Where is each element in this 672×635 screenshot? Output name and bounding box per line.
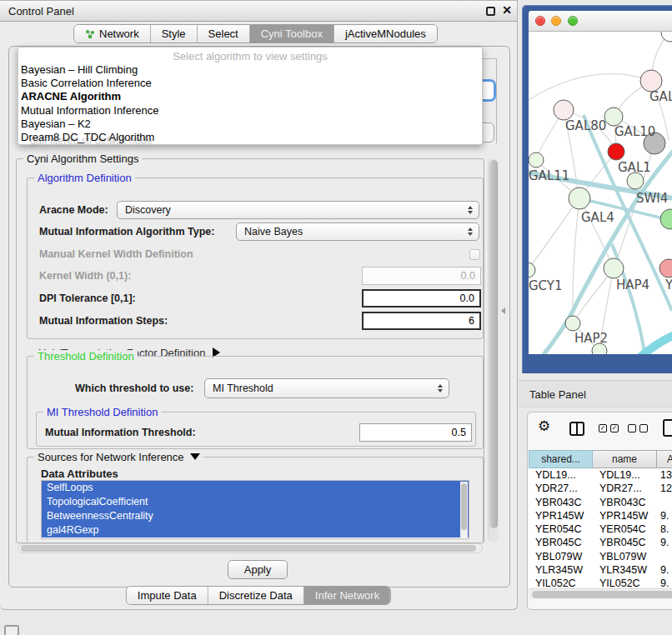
node-gal10[interactable]: [604, 108, 623, 126]
tab-network-label: Network: [99, 28, 139, 40]
table-horizontal-scrollbar[interactable]: [529, 588, 672, 599]
select-all-icon[interactable]: ✓ ✓: [599, 424, 619, 432]
network-icon: [85, 29, 95, 39]
aracne-mode-select[interactable]: Discovery: [117, 201, 479, 219]
kernel-width-field: 0.0: [362, 267, 481, 285]
collapse-down-icon[interactable]: [190, 453, 200, 460]
column-header-partial[interactable]: A: [657, 450, 672, 468]
hidden-groupbox-border: [496, 59, 497, 143]
export-table-icon[interactable]: [663, 419, 672, 437]
table-header-row: shared... name A: [529, 450, 672, 468]
mi-steps-field[interactable]: 6: [362, 312, 481, 330]
node-bright-green[interactable]: [660, 209, 672, 229]
list-item[interactable]: BetweennessCentrality: [42, 509, 469, 523]
zoom-traffic-light-icon[interactable]: [568, 16, 578, 26]
control-panel-title: Control Panel: [8, 5, 74, 18]
node-gal11[interactable]: [529, 152, 544, 168]
table-row[interactable]: YIL052CYIL052C9.: [529, 577, 672, 588]
threshold-definition-group: Threshold Definition Which threshold to …: [27, 356, 484, 449]
deselect-all-icon[interactable]: [628, 424, 648, 432]
table-row[interactable]: YDL19...YDL19...13: [529, 468, 672, 482]
table-row[interactable]: YPR145WYPR145W9.: [529, 509, 672, 522]
close-traffic-light-icon[interactable]: [535, 16, 545, 26]
gear-icon[interactable]: ⚙: [538, 418, 550, 435]
network-view-window[interactable]: GAL GAL80 GAL10 GAL1 GAL11 SWI4 GAL4 GCY…: [522, 5, 672, 373]
node-label: GAL11: [529, 168, 569, 183]
settings-vertical-scrollbar[interactable]: [488, 158, 499, 542]
dropdown-item[interactable]: Bayesian – K2: [21, 118, 479, 131]
network-window-titlebar[interactable]: [529, 11, 672, 32]
algorithm-definition-title: Algorithm Definition: [34, 172, 135, 184]
table-row[interactable]: YBR043CYBR043C: [529, 496, 672, 509]
dropdown-item[interactable]: Bayesian – Hill Climbing: [21, 63, 479, 77]
close-icon[interactable]: ✕: [502, 3, 512, 17]
tab-select[interactable]: Select: [198, 25, 250, 42]
settings-horizontal-scrollbar[interactable]: [18, 543, 483, 553]
node-gal4[interactable]: [569, 188, 590, 209]
table-body[interactable]: YDL19...YDL19...13 YDR27...YDR27...12 YB…: [529, 468, 672, 588]
node-gal80[interactable]: [554, 100, 574, 120]
node-hap4[interactable]: [604, 258, 624, 278]
cyni-algorithm-settings-group: Cyni Algorithm Settings Algorithm Defini…: [16, 158, 484, 543]
node-label: HAP4: [616, 278, 649, 292]
node-gal1[interactable]: [608, 143, 624, 160]
node-hap2[interactable]: [565, 316, 580, 331]
mi-algorithm-type-select[interactable]: Naive Bayes: [236, 222, 479, 241]
control-panel-titlebar[interactable]: Control Panel ✕: [0, 1, 517, 22]
column-header-name[interactable]: name: [593, 450, 657, 468]
tab-network[interactable]: Network: [74, 25, 151, 42]
list-scrollbar[interactable]: [460, 482, 468, 538]
tab-cyni-toolbox[interactable]: Cyni Toolbox: [250, 25, 334, 42]
sources-group: Sources for Network Inference Data Attri…: [27, 457, 484, 543]
dpi-tolerance-field[interactable]: 0.0: [362, 289, 481, 308]
node-label: GAL: [649, 89, 672, 104]
table-row[interactable]: YBR045CYBR045C9.: [529, 536, 672, 549]
tab-discretize-data[interactable]: Discretize Data: [208, 587, 304, 604]
table-row[interactable]: YLR345WYLR345W9.: [529, 563, 672, 577]
dropdown-item-selected[interactable]: ARACNE Algorithm: [21, 90, 479, 103]
apply-button[interactable]: Apply: [228, 560, 288, 579]
node-label: Y: [665, 278, 672, 292]
list-item[interactable]: SelfLoops: [42, 481, 469, 495]
table-row[interactable]: YBL079WYBL079W: [529, 550, 672, 563]
table-panel-header: Table Panel: [519, 380, 672, 408]
tab-style[interactable]: Style: [151, 25, 198, 42]
table-row[interactable]: YER054CYER054C8.: [529, 522, 672, 536]
dropdown-item[interactable]: Mutual Information Inference: [21, 104, 479, 118]
dropdown-item[interactable]: Dream8 DC_TDC Algorithm: [21, 131, 479, 144]
node-label: SWI4: [636, 191, 668, 206]
dropdown-items: Bayesian – Hill Climbing Basic Correlati…: [21, 63, 479, 144]
mi-threshold-group: MI Threshold Definition Mutual Informati…: [36, 412, 476, 447]
column-header-shared-name[interactable]: shared...: [529, 450, 593, 468]
node-label: GCY1: [529, 278, 563, 293]
panel-splitter-handle[interactable]: [501, 308, 505, 314]
hidden-groupbox-border: [481, 58, 497, 59]
tab-infer-network[interactable]: Infer Network: [304, 587, 390, 604]
manual-kernel-checkbox[interactable]: [469, 249, 480, 260]
node-salmon[interactable]: [659, 259, 672, 278]
network-canvas[interactable]: GAL GAL80 GAL10 GAL1 GAL11 SWI4 GAL4 GCY…: [529, 32, 672, 354]
mi-threshold-field[interactable]: 0.5: [359, 423, 472, 442]
tab-jactivemnodules[interactable]: jActiveMNodules: [334, 25, 437, 42]
control-panel-tabbar: Network Style Select Cyni Toolbox jActiv…: [73, 24, 438, 43]
node-swi4[interactable]: [627, 172, 644, 189]
minimized-panel-icon[interactable]: [4, 625, 19, 635]
table-row[interactable]: YDR27...YDR27...12: [529, 482, 672, 495]
node-label: GAL80: [565, 118, 606, 133]
which-threshold-select[interactable]: MI Threshold: [204, 378, 449, 398]
column-layout-icon[interactable]: [569, 422, 584, 436]
tab-impute-data[interactable]: Impute Data: [127, 587, 208, 604]
float-window-icon[interactable]: [486, 7, 495, 16]
sources-title[interactable]: Sources for Network Inference: [34, 451, 203, 463]
kernel-width-label: Kernel Width (0,1):: [39, 270, 131, 282]
node-gcy1[interactable]: [529, 262, 535, 278]
dpi-tolerance-label: DPI Tolerance [0,1]:: [39, 292, 136, 304]
minimize-traffic-light-icon[interactable]: [551, 16, 561, 26]
list-item[interactable]: TopologicalCoefficient: [42, 495, 469, 509]
node-partial-top[interactable]: [661, 32, 672, 42]
which-threshold-label: Which threshold to use:: [75, 382, 193, 394]
dropdown-item[interactable]: Basic Correlation Inference: [21, 77, 479, 90]
data-attributes-list[interactable]: SelfLoops TopologicalCoefficient Between…: [41, 480, 469, 539]
list-item[interactable]: gal4RGexp: [42, 523, 469, 538]
cyni-algorithm-settings-title: Cyni Algorithm Settings: [23, 152, 142, 165]
